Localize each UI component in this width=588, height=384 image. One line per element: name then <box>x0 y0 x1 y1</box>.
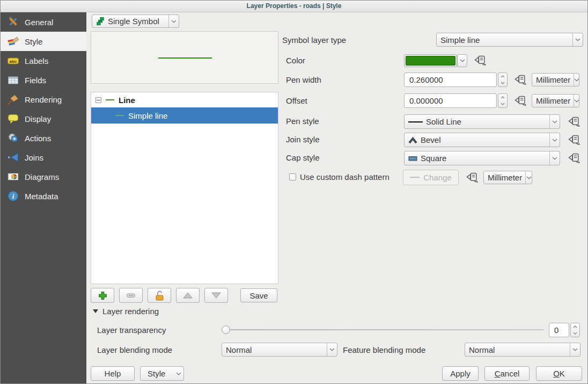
sidebar-item-label: Diagrams <box>25 172 59 182</box>
layer-rendering-header[interactable]: Layer rendering <box>93 307 159 316</box>
single-symbol-icon <box>96 17 105 26</box>
renderer-combobox[interactable]: Single Symbol <box>92 15 179 28</box>
cap-style-label: Cap style <box>286 150 320 165</box>
transparency-stepper[interactable] <box>570 323 580 337</box>
save-symbol-button[interactable]: Save <box>240 288 277 302</box>
sidebar-item-label: Labels <box>25 56 48 66</box>
sidebar-item-diagrams[interactable]: Diagrams <box>1 167 86 186</box>
tree-row-line[interactable]: Line <box>91 92 278 107</box>
up-triangle-icon <box>183 292 193 299</box>
cancel-label: Cancel <box>495 369 520 378</box>
ok-button[interactable]: OK <box>536 366 582 381</box>
move-layer-up-button[interactable] <box>176 288 200 303</box>
ok-label: OK <box>553 369 565 378</box>
solid-line-icon <box>408 121 423 123</box>
renderer-value: Single Symbol <box>108 17 159 26</box>
step-up-icon[interactable] <box>571 323 579 330</box>
pen-width-stepper[interactable] <box>498 73 508 87</box>
sidebar-item-label: Fields <box>25 76 46 85</box>
step-down-icon[interactable] <box>498 80 507 87</box>
sidebar-item-rendering[interactable]: Rendering <box>1 90 86 109</box>
feature-blending-combobox[interactable]: Normal <box>465 343 580 357</box>
change-dash-button[interactable]: Change <box>403 170 459 185</box>
join-style-combobox[interactable]: Bevel <box>404 133 560 147</box>
chevron-down-icon <box>173 367 183 380</box>
color-dropdown-button[interactable] <box>457 54 467 67</box>
step-down-icon[interactable] <box>571 330 579 337</box>
sidebar-item-fields[interactable]: Fields <box>1 70 86 90</box>
symbol-layer-type-combobox[interactable]: Simple line <box>436 33 583 47</box>
chevron-down-icon <box>460 59 465 62</box>
data-defined-override-icon[interactable] <box>514 96 527 106</box>
add-symbol-layer-button[interactable] <box>91 288 114 303</box>
layer-blending-value: Normal <box>226 345 252 354</box>
layer-blending-combobox[interactable]: Normal <box>222 343 337 357</box>
step-down-icon[interactable] <box>498 101 507 108</box>
offset-unit-combobox[interactable]: Millimeter <box>532 94 579 107</box>
pen-width-input[interactable]: 0.260000 <box>404 73 497 87</box>
data-defined-override-icon[interactable] <box>474 55 487 66</box>
cap-style-value: Square <box>421 154 446 163</box>
apply-button[interactable]: Apply <box>442 366 479 381</box>
sidebar-item-display[interactable]: Display <box>1 109 86 128</box>
step-up-icon[interactable] <box>498 94 507 101</box>
sidebar-item-label: Metadata <box>25 192 58 201</box>
line-symbol-icon <box>115 115 124 116</box>
square-cap-icon <box>408 155 417 162</box>
dash-unit-combobox[interactable]: Millimeter <box>483 171 532 184</box>
sidebar-item-labels[interactable]: abc Labels <box>1 51 86 70</box>
feature-blending-label: Feature blending mode <box>343 343 425 357</box>
help-button[interactable]: Help <box>91 366 135 381</box>
style-menu-button[interactable]: Style <box>140 366 184 381</box>
sidebar-item-actions[interactable]: Actions <box>1 128 86 148</box>
tree-child-label: Simple line <box>128 111 167 120</box>
transparency-value: 0 <box>554 325 558 335</box>
bevel-join-icon <box>408 136 417 144</box>
title-bar: Layer Properties - roads | Style <box>1 1 587 12</box>
sidebar-item-label: Display <box>25 114 51 124</box>
lock-symbol-layer-button[interactable] <box>148 288 171 303</box>
symbol-preview-line <box>158 57 212 59</box>
sidebar-item-general[interactable]: General <box>1 12 86 32</box>
tree-root-label: Line <box>119 96 135 105</box>
sidebar-item-metadata[interactable]: i Metadata <box>1 186 86 206</box>
transparency-slider-handle[interactable] <box>222 325 230 334</box>
cancel-button[interactable]: Cancel <box>484 366 530 381</box>
data-defined-override-icon[interactable] <box>568 153 580 164</box>
sidebar-item-label: Rendering <box>25 95 62 104</box>
pen-style-value: Solid Line <box>426 117 461 126</box>
join-style-value: Bevel <box>421 135 441 144</box>
sidebar-item-style[interactable]: Style <box>1 32 86 51</box>
transparency-slider-track[interactable] <box>225 329 544 330</box>
transparency-value-input[interactable]: 0 <box>549 323 569 337</box>
remove-symbol-layer-button[interactable] <box>119 288 143 303</box>
data-defined-override-icon[interactable] <box>466 172 479 183</box>
data-defined-override-icon[interactable] <box>568 135 580 146</box>
pen-width-unit-combobox[interactable]: Millimeter <box>532 73 579 86</box>
move-layer-down-button[interactable] <box>204 288 228 303</box>
offset-input[interactable]: 0.000000 <box>404 93 497 108</box>
sidebar-item-label: General <box>25 18 53 27</box>
tools-icon <box>7 16 19 28</box>
sidebar-item-joins[interactable]: Joins <box>1 148 86 167</box>
offset-stepper[interactable] <box>498 93 508 108</box>
svg-text:i: i <box>12 192 14 200</box>
join-arrow-icon <box>7 151 19 163</box>
pen-width-label: Pen width <box>286 73 321 87</box>
symbol-preview <box>91 31 278 84</box>
use-custom-dash-checkbox[interactable] <box>289 173 296 180</box>
cap-style-combobox[interactable]: Square <box>404 151 560 165</box>
line-symbol-icon <box>106 99 114 100</box>
data-defined-override-icon[interactable] <box>514 75 527 85</box>
tree-row-simple-line[interactable]: Simple line <box>91 107 278 124</box>
color-swatch-button[interactable] <box>404 54 457 67</box>
chevron-down-icon <box>574 74 579 86</box>
help-label: Help <box>105 369 121 378</box>
step-up-icon[interactable] <box>498 73 507 80</box>
info-icon: i <box>7 190 19 202</box>
offset-value: 0.000000 <box>409 96 443 105</box>
chevron-down-icon <box>525 171 532 184</box>
pen-style-combobox[interactable]: Solid Line <box>404 114 560 129</box>
data-defined-override-icon[interactable] <box>568 117 580 127</box>
collapse-icon[interactable] <box>95 97 101 103</box>
